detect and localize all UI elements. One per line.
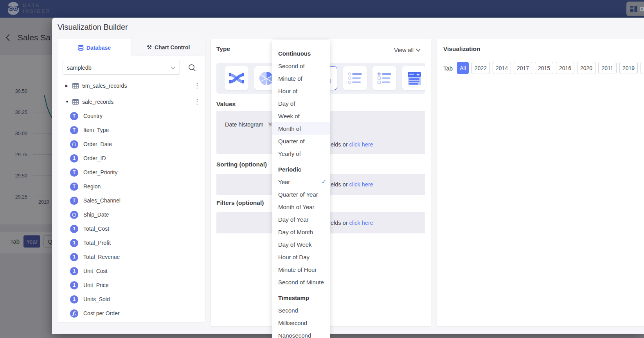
pie-icon bbox=[259, 71, 273, 85]
dashboards-button[interactable]: D bbox=[626, 2, 644, 16]
field-row-Order_ID[interactable]: 1Order_ID bbox=[58, 153, 205, 164]
table-menu-kebab-icon[interactable]: ⋮ bbox=[194, 97, 200, 107]
chart-type-checkbox-list[interactable] bbox=[372, 66, 396, 90]
field-row-Unit_Price[interactable]: 1Unit_Price bbox=[58, 280, 205, 291]
viz-tab-2019[interactable]: 2019 bbox=[619, 62, 638, 74]
values-click-here-link[interactable]: click here bbox=[349, 141, 373, 148]
caret-right-icon[interactable]: ▶ bbox=[65, 84, 70, 88]
field-row-Country[interactable]: TCountry bbox=[58, 110, 205, 121]
check-icon: ✓ bbox=[321, 178, 326, 185]
field-row-Order_Priority[interactable]: TOrder_Priority bbox=[58, 167, 205, 178]
dropdown-item-second-of[interactable]: Second of bbox=[272, 60, 330, 72]
viz-tab-2017[interactable]: 2017 bbox=[514, 62, 532, 74]
filters-click-here-link[interactable]: click here bbox=[349, 220, 373, 226]
field-name: Total_Profit bbox=[83, 240, 111, 246]
nav-right-label-fragment: D bbox=[640, 5, 644, 12]
dropdown-item-millisecond[interactable]: Millisecond bbox=[272, 316, 330, 329]
tab-chart-control-label: Chart Control bbox=[155, 44, 190, 51]
dropdown-item-month-of[interactable]: Month of bbox=[272, 122, 330, 135]
dropdown-item-day-of-year[interactable]: Day of Year bbox=[272, 213, 330, 226]
field-row-Units_Sold[interactable]: 1Units_Sold bbox=[58, 294, 205, 305]
dropdown-item-minute-of[interactable]: Minute of bbox=[272, 72, 330, 85]
chart-type-table-select[interactable] bbox=[402, 66, 426, 90]
text-field-icon: T bbox=[70, 168, 78, 177]
sorting-hint: elds or click here bbox=[331, 181, 373, 188]
field-row-Cost-per-Order[interactable]: ƒ.Cost per Order bbox=[58, 308, 205, 319]
dropdown-item-hour-of-day[interactable]: Hour of Day bbox=[272, 251, 330, 263]
number-field-icon: 1 bbox=[70, 239, 78, 247]
table-row-sale_records[interactable]: ▼sale_records⋮ bbox=[58, 96, 205, 108]
checkbox-list-icon bbox=[377, 72, 392, 85]
sorting-heading: Sorting (optional) bbox=[216, 161, 267, 168]
field-row-Order_Date[interactable]: Order_Date bbox=[58, 139, 205, 150]
dropdown-item-nanosecond[interactable]: Nanosecond bbox=[272, 329, 330, 338]
date-histogram-link[interactable]: Date histogram bbox=[225, 121, 263, 128]
viz-tab-2015[interactable]: 2015 bbox=[535, 62, 553, 74]
dropdown-item-year[interactable]: Year✓ bbox=[272, 175, 330, 188]
field-name: Unit_Price bbox=[83, 282, 109, 288]
view-all-button[interactable]: View all bbox=[394, 47, 421, 53]
viz-tab-2020[interactable]: 2020 bbox=[577, 62, 595, 74]
viz-tab-2[interactable]: 2 bbox=[640, 62, 644, 74]
owl-logo-icon bbox=[6, 2, 20, 16]
database-panel: Database ⚒ Chart Control sampledb bbox=[58, 39, 205, 322]
dropdown-item-minute-of-hour[interactable]: Minute of Hour bbox=[272, 263, 330, 276]
viz-tab-2022[interactable]: 2022 bbox=[471, 62, 490, 74]
field-row-Ship_Date[interactable]: Ship_Date bbox=[58, 209, 205, 220]
field-name: Unit_Cost bbox=[83, 268, 107, 274]
field-name: Total_Cost bbox=[83, 226, 109, 232]
number-field-icon: 1 bbox=[70, 154, 78, 163]
radio-list-icon bbox=[348, 72, 363, 85]
dropdown-item-month-of-year[interactable]: Month of Year bbox=[272, 201, 330, 213]
tab-chart-control[interactable]: ⚒ Chart Control bbox=[131, 39, 205, 56]
dropdown-item-day-of[interactable]: Day of bbox=[272, 97, 330, 110]
viz-tab-2014[interactable]: 2014 bbox=[493, 62, 511, 74]
dropdown-item-hour-of[interactable]: Hour of bbox=[272, 85, 330, 97]
tab-database-label: Database bbox=[86, 45, 111, 51]
field-row-Sales_Channel[interactable]: TSales_Channel bbox=[58, 195, 205, 206]
modal-title: Visualization Builder bbox=[58, 23, 128, 32]
viz-tab-2011[interactable]: 2011 bbox=[598, 62, 617, 74]
values-pills: Date histogramYe bbox=[225, 121, 279, 128]
field-row-Total_Revenue[interactable]: 1Total_Revenue bbox=[58, 251, 205, 262]
chart-type-radio-list[interactable] bbox=[343, 66, 367, 90]
field-row-Region[interactable]: TRegion bbox=[58, 181, 205, 192]
dropdown-item-second-of-minute[interactable]: Second of Minute bbox=[272, 276, 330, 288]
field-row-Total_Cost[interactable]: 1Total_Cost bbox=[58, 223, 205, 234]
viz-tab-all[interactable]: All bbox=[457, 62, 469, 74]
dropdown-item-day-of-week[interactable]: Day of Week bbox=[272, 238, 330, 251]
search-icon[interactable] bbox=[188, 63, 196, 72]
tab-database[interactable]: Database bbox=[58, 39, 131, 56]
field-row-Item_Type[interactable]: TItem_Type bbox=[58, 125, 205, 136]
caret-down-icon[interactable]: ▼ bbox=[65, 100, 70, 104]
text-field-icon: T bbox=[70, 183, 78, 191]
table-row-5m_sales_records[interactable]: ▶5m_sales_records⋮ bbox=[58, 80, 205, 92]
dropdown-item-quarter-of-year[interactable]: Quarter of Year bbox=[272, 188, 330, 201]
dropdown-item-day-of-month[interactable]: Day of Month bbox=[272, 226, 330, 238]
app-root: Sales Sa 30.5030.2530.0029.7529.5029.25 … bbox=[0, 0, 644, 338]
dropdown-item-quarter-of[interactable]: Quarter of bbox=[272, 135, 330, 147]
datasource-select[interactable]: sampledb bbox=[63, 61, 180, 75]
visualization-builder-modal: Visualization Builder Database ⚒ Chart C… bbox=[52, 18, 644, 334]
top-navbar: DATA INSIDER D bbox=[0, 0, 644, 18]
datasource-row: sampledb bbox=[63, 61, 200, 75]
chevron-down-icon bbox=[171, 66, 176, 69]
table-menu-kebab-icon[interactable]: ⋮ bbox=[194, 81, 200, 90]
date-field-icon bbox=[70, 140, 78, 148]
viz-year-tabs: All202220142017201520162020201120192 bbox=[457, 62, 644, 74]
database-icon bbox=[78, 45, 84, 51]
field-name: Order_Date bbox=[83, 141, 112, 147]
field-name: Region bbox=[83, 183, 101, 190]
dropdown-item-yearly-of[interactable]: Yearly of bbox=[272, 147, 330, 160]
field-row-Unit_Cost[interactable]: 1Unit_Cost bbox=[58, 266, 205, 277]
viz-tab-2016[interactable]: 2016 bbox=[556, 62, 574, 74]
dropdown-item-week-of[interactable]: Week of bbox=[272, 110, 330, 122]
chart-type-sankey[interactable] bbox=[225, 66, 248, 90]
dashboard-layout-icon bbox=[630, 6, 637, 12]
table-icon bbox=[72, 99, 79, 105]
dropdown-item-second[interactable]: Second bbox=[272, 304, 330, 316]
number-field-icon: 1 bbox=[70, 295, 78, 304]
field-name: Country bbox=[83, 113, 103, 119]
field-row-Total_Profit[interactable]: 1Total_Profit bbox=[58, 237, 205, 248]
sorting-click-here-link[interactable]: click here bbox=[349, 181, 373, 188]
